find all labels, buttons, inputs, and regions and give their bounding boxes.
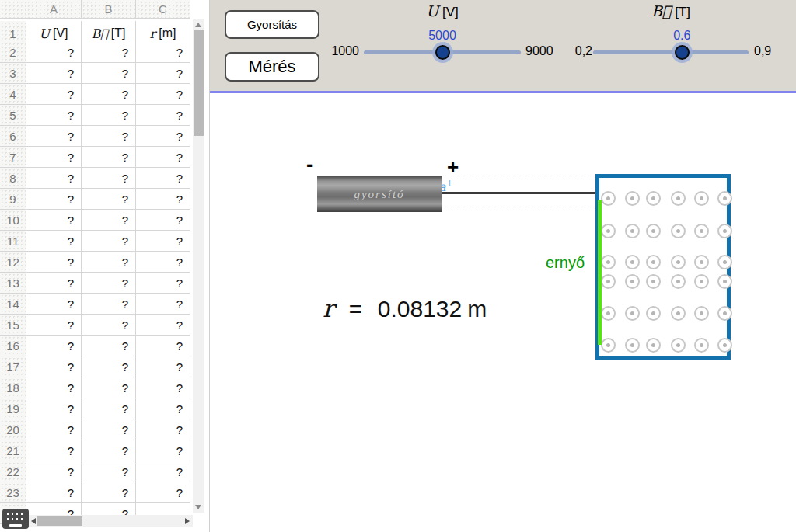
cell-B10[interactable]: ? xyxy=(82,210,136,231)
cell-B12[interactable]: ? xyxy=(82,252,136,273)
cell-B8[interactable]: ? xyxy=(82,168,136,189)
cell-C13[interactable]: ? xyxy=(136,273,190,294)
corner-header-cell[interactable] xyxy=(0,0,26,19)
cell-A2[interactable]: ? xyxy=(26,42,82,63)
row-header[interactable]: 23 xyxy=(0,482,26,503)
cell-A8[interactable]: ? xyxy=(26,168,82,189)
cell-A6[interactable]: ? xyxy=(26,126,82,147)
cell-A22[interactable]: ? xyxy=(26,461,82,482)
cell-A17[interactable]: ? xyxy=(26,356,82,377)
row-header[interactable]: 9 xyxy=(0,189,26,210)
cell-A10[interactable]: ? xyxy=(26,210,82,231)
scroll-left-icon[interactable] xyxy=(31,518,36,524)
cell-B4[interactable]: ? xyxy=(82,84,136,105)
slider-U-track[interactable] xyxy=(364,50,521,54)
slider-U-handle[interactable] xyxy=(435,45,450,60)
row-header[interactable]: 5 xyxy=(0,105,26,126)
cell-B7[interactable]: ? xyxy=(82,147,136,168)
row-header[interactable]: 15 xyxy=(0,315,26,336)
row-header[interactable]: 3 xyxy=(0,63,26,84)
cell-B6[interactable]: ? xyxy=(82,126,136,147)
cell-B15[interactable]: ? xyxy=(82,315,136,336)
row-header[interactable]: 21 xyxy=(0,440,26,461)
cell-A21[interactable]: ? xyxy=(26,440,82,461)
cell-B23[interactable]: ? xyxy=(82,482,136,503)
horizontal-scrollbar-thumb[interactable] xyxy=(37,516,82,526)
row-header[interactable]: 12 xyxy=(0,252,26,273)
row-header[interactable]: 20 xyxy=(0,419,26,440)
cell-C22[interactable]: ? xyxy=(136,461,190,482)
screen-line[interactable] xyxy=(598,200,602,345)
row-header[interactable]: 17 xyxy=(0,356,26,377)
row-header[interactable]: 22 xyxy=(0,461,26,482)
scroll-down-icon[interactable] xyxy=(195,505,201,509)
slider-B-track[interactable] xyxy=(593,50,749,54)
cell-C6[interactable]: ? xyxy=(136,126,190,147)
row-header[interactable]: 13 xyxy=(0,273,26,294)
cell-C21[interactable]: ? xyxy=(136,440,190,461)
cell-A23[interactable]: ? xyxy=(26,482,82,503)
cell-A18[interactable]: ? xyxy=(26,377,82,398)
cell-B16[interactable]: ? xyxy=(82,336,136,356)
magnetic-field-region[interactable] xyxy=(595,174,731,360)
cell-A20[interactable]: ? xyxy=(26,419,82,440)
horizontal-scrollbar[interactable] xyxy=(28,515,193,527)
row-header[interactable]: 11 xyxy=(0,231,26,252)
scroll-right-icon[interactable] xyxy=(185,518,190,524)
cell-B20[interactable]: ? xyxy=(82,419,136,440)
cell-A9[interactable]: ? xyxy=(26,189,82,210)
cell-C11[interactable]: ? xyxy=(136,231,190,252)
cell-C10[interactable]: ? xyxy=(136,210,190,231)
cell-C7[interactable]: ? xyxy=(136,147,190,168)
row-header[interactable]: 19 xyxy=(0,398,26,419)
cell-C15[interactable]: ? xyxy=(136,315,190,336)
slider-B-handle[interactable] xyxy=(675,45,690,60)
cell-C17[interactable]: ? xyxy=(136,356,190,377)
cell-B19[interactable]: ? xyxy=(82,398,136,419)
cell-C9[interactable]: ? xyxy=(136,189,190,210)
row-header[interactable]: 16 xyxy=(0,336,26,356)
column-header-B[interactable]: B xyxy=(82,0,136,19)
row-header[interactable]: 18 xyxy=(0,377,26,398)
cell-C16[interactable]: ? xyxy=(136,336,190,356)
gyorsitas-button[interactable]: Gyorsítás xyxy=(225,10,319,39)
cell-A19[interactable]: ? xyxy=(26,398,82,419)
cell-A4[interactable]: ? xyxy=(26,84,82,105)
cell-A3[interactable]: ? xyxy=(26,63,82,84)
cell-C4[interactable]: ? xyxy=(136,84,190,105)
cell-C20[interactable]: ? xyxy=(136,419,190,440)
column-header-C[interactable]: C xyxy=(136,0,190,19)
cell-A13[interactable]: ? xyxy=(26,273,82,294)
cell-B9[interactable]: ? xyxy=(82,189,136,210)
cell-B11[interactable]: ? xyxy=(82,231,136,252)
cell-A16[interactable]: ? xyxy=(26,336,82,356)
cell-B5[interactable]: ? xyxy=(82,105,136,126)
cell-A15[interactable]: ? xyxy=(26,315,82,336)
cell-C19[interactable]: ? xyxy=(136,398,190,419)
meres-button[interactable]: Mérés xyxy=(225,52,319,82)
cell-C8[interactable]: ? xyxy=(136,168,190,189)
row-header[interactable]: 4 xyxy=(0,84,26,105)
column-header-A[interactable]: A xyxy=(26,0,82,19)
row-header[interactable]: 7 xyxy=(0,147,26,168)
cell-B3[interactable]: ? xyxy=(82,63,136,84)
cell-C14[interactable]: ? xyxy=(136,294,190,315)
cell-B17[interactable]: ? xyxy=(82,356,136,377)
cell-B21[interactable]: ? xyxy=(82,440,136,461)
cell-B14[interactable]: ? xyxy=(82,294,136,315)
vertical-scrollbar-thumb[interactable] xyxy=(194,30,204,136)
cell-C12[interactable]: ? xyxy=(136,252,190,273)
row-header[interactable]: 10 xyxy=(0,210,26,231)
cell-A11[interactable]: ? xyxy=(26,231,82,252)
row-header[interactable]: 14 xyxy=(0,294,26,315)
row-header[interactable]: 8 xyxy=(0,168,26,189)
cell-B13[interactable]: ? xyxy=(82,273,136,294)
virtual-keyboard-icon[interactable] xyxy=(2,509,29,529)
cell-C18[interactable]: ? xyxy=(136,377,190,398)
cell-B22[interactable]: ? xyxy=(82,461,136,482)
cell-C3[interactable]: ? xyxy=(136,63,190,84)
cell-A12[interactable]: ? xyxy=(26,252,82,273)
cell-B2[interactable]: ? xyxy=(82,42,136,63)
cell-C23[interactable]: ? xyxy=(136,482,190,503)
row-header[interactable]: 6 xyxy=(0,126,26,147)
